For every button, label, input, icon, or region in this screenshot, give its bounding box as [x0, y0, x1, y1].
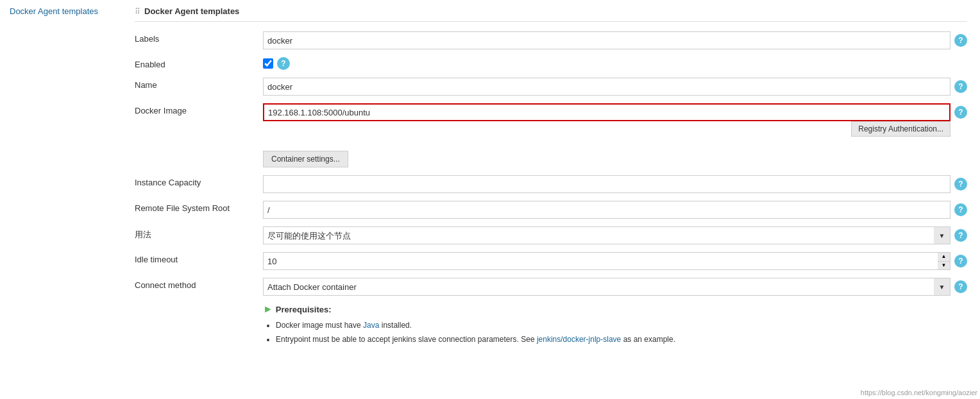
name-input[interactable] — [263, 78, 950, 96]
sidebar: Docker Agent templates — [0, 0, 128, 399]
remote-filesystem-help-icon[interactable]: ? — [954, 203, 967, 216]
prereq-item-1-suffix: installed. — [382, 321, 412, 330]
remote-filesystem-row: Remote File System Root ? — [135, 201, 967, 219]
connect-method-row: Connect method Attach Docker containerCo… — [135, 278, 967, 296]
instance-capacity-control: ? — [263, 175, 967, 193]
idle-timeout-spinner-buttons: ▲ ▼ — [938, 252, 950, 270]
enabled-help-icon[interactable]: ? — [277, 57, 290, 70]
name-help-icon[interactable]: ? — [954, 80, 967, 93]
usage-select[interactable]: 尽可能的使用这个节点 — [263, 226, 950, 244]
usage-control: 尽可能的使用这个节点 ▼ ? — [263, 226, 967, 244]
connect-method-label: Connect method — [135, 278, 263, 290]
container-settings-button[interactable]: Container settings... — [263, 151, 348, 167]
labels-input[interactable] — [263, 31, 950, 49]
connect-method-select[interactable]: Attach Docker containerConnect with SSH — [263, 278, 950, 296]
registry-auth-row: Registry Authentication... — [263, 121, 967, 137]
idle-timeout-increment-button[interactable]: ▲ — [938, 253, 950, 262]
enabled-checkbox[interactable] — [263, 58, 273, 69]
prerequisites-section: ► Prerequisites: Docker image must have … — [135, 303, 967, 346]
list-item: Docker image must have Java installed. — [276, 319, 967, 333]
usage-label: 用法 — [135, 226, 263, 241]
main-content: Docker Agent templates Labels ? Enabled … — [128, 0, 980, 399]
prerequisites-header: ► Prerequisites: — [263, 303, 967, 315]
section-header: Docker Agent templates — [135, 6, 967, 22]
remote-filesystem-label: Remote File System Root — [135, 201, 263, 213]
instance-capacity-input[interactable] — [263, 175, 950, 193]
idle-timeout-label: Idle timeout — [135, 252, 263, 264]
section-icon — [135, 7, 140, 16]
connect-method-help-icon[interactable]: ? — [954, 280, 967, 293]
name-label: Name — [135, 78, 263, 90]
docker-image-input[interactable] — [263, 103, 950, 121]
labels-control: ? — [263, 31, 967, 49]
jnlp-slave-link[interactable]: jenkins/docker-jnlp-slave — [537, 335, 621, 344]
labels-help-icon[interactable]: ? — [954, 34, 967, 47]
usage-help-icon[interactable]: ? — [954, 229, 967, 242]
enabled-label: Enabled — [135, 57, 263, 69]
prereq-item-1-text: Docker image must have — [276, 321, 363, 330]
prerequisites-title: Prerequisites: — [276, 305, 332, 314]
idle-timeout-decrement-button[interactable]: ▼ — [938, 262, 950, 270]
usage-row: 用法 尽可能的使用这个节点 ▼ ? — [135, 226, 967, 244]
docker-image-label: Docker Image — [135, 103, 263, 115]
instance-capacity-label: Instance Capacity — [135, 175, 263, 187]
labels-label: Labels — [135, 31, 263, 44]
name-row: Name ? — [135, 78, 967, 96]
connect-method-control: Attach Docker containerConnect with SSH … — [263, 278, 967, 296]
usage-select-wrap: 尽可能的使用这个节点 ▼ — [263, 226, 950, 244]
enabled-control: ? — [263, 57, 967, 70]
idle-timeout-row: Idle timeout ▲ ▼ ? — [135, 252, 967, 270]
remote-filesystem-control: ? — [263, 201, 967, 219]
connect-method-select-wrap: Attach Docker containerConnect with SSH … — [263, 278, 950, 296]
container-settings-row: Container settings... — [135, 151, 967, 167]
idle-timeout-input[interactable] — [263, 252, 950, 270]
sidebar-item-docker-agent-templates[interactable]: Docker Agent templates — [10, 6, 98, 16]
prerequisites-arrow-icon: ► — [263, 303, 273, 315]
section-title: Docker Agent templates — [144, 6, 239, 16]
watermark: https://blog.csdn.net/kongming/aozier — [861, 389, 977, 396]
registry-auth-button[interactable]: Registry Authentication... — [851, 121, 950, 137]
name-control: ? — [263, 78, 967, 96]
enabled-row: Enabled ? — [135, 57, 967, 70]
java-link[interactable]: Java — [363, 321, 379, 330]
docker-image-control: ? Registry Authentication... — [263, 103, 967, 143]
idle-timeout-control: ▲ ▼ ? — [263, 252, 967, 270]
list-item: Entrypoint must be able to accept jenkin… — [276, 333, 967, 347]
prereq-item-2-suffix: as an example. — [623, 335, 675, 344]
prerequisites-list: Docker image must have Java installed. E… — [263, 319, 967, 346]
idle-timeout-help-icon[interactable]: ? — [954, 255, 967, 267]
remote-filesystem-input[interactable] — [263, 201, 950, 219]
instance-capacity-help-icon[interactable]: ? — [954, 178, 967, 191]
instance-capacity-row: Instance Capacity ? — [135, 175, 967, 193]
idle-timeout-spinner: ▲ ▼ — [263, 252, 950, 270]
labels-row: Labels ? — [135, 31, 967, 49]
prereq-item-2-text: Entrypoint must be able to accept jenkin… — [276, 335, 537, 344]
docker-image-row: Docker Image ? Registry Authentication..… — [135, 103, 967, 143]
docker-image-help-icon[interactable]: ? — [954, 106, 967, 119]
